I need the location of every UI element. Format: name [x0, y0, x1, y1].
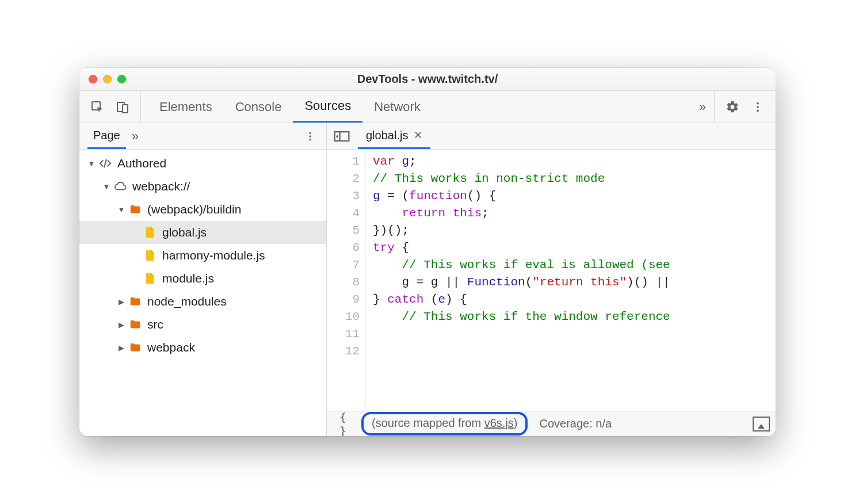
- tree-item-label: webpack://: [132, 180, 190, 193]
- file-tree-folder[interactable]: ▼(webpack)/buildin: [79, 198, 326, 221]
- titlebar: DevTools - www.twitch.tv/: [79, 68, 776, 91]
- code-content: var g;// This works in non-strict modeg …: [366, 150, 776, 411]
- code-icon: [99, 157, 112, 170]
- file-tree-file[interactable]: global.js: [79, 221, 326, 244]
- cloud-icon: [114, 180, 127, 193]
- svg-point-5: [757, 109, 759, 112]
- file-tree-file[interactable]: harmony-module.js: [79, 244, 326, 267]
- close-tab-icon[interactable]: ✕: [414, 129, 422, 142]
- editor-status-bar: { } (source mapped from v6s.js) Coverage…: [327, 411, 776, 436]
- toolbar-left-group: [79, 91, 141, 123]
- kebab-menu-icon[interactable]: [750, 100, 765, 114]
- svg-point-3: [757, 102, 759, 104]
- disclosure-triangle-icon[interactable]: ▶: [117, 297, 125, 306]
- file-tree-folder[interactable]: ▼webpack://: [79, 175, 326, 198]
- svg-point-7: [309, 135, 311, 137]
- zoom-window-button[interactable]: [117, 75, 126, 83]
- minimize-window-button[interactable]: [103, 75, 112, 83]
- editor-file-tab[interactable]: global.js ✕: [358, 123, 430, 149]
- toggle-navigator-icon[interactable]: [331, 128, 352, 145]
- file-tree-file[interactable]: module.js: [79, 267, 326, 290]
- workspace: Page » ▼Authored▼webpack://▼(webpack)/bu…: [79, 123, 776, 436]
- file-tree-folder[interactable]: ▶src: [79, 313, 326, 336]
- tree-item-label: harmony-module.js: [162, 249, 265, 262]
- svg-rect-2: [123, 105, 128, 113]
- line-number-gutter: 123456789101112: [327, 150, 366, 411]
- disclosure-triangle-icon[interactable]: ▶: [117, 343, 125, 352]
- tree-item-label: node_modules: [147, 295, 227, 308]
- disclosure-triangle-icon[interactable]: ▼: [87, 159, 96, 168]
- toolbar-right-group: [714, 91, 776, 123]
- navigator-pane: Page » ▼Authored▼webpack://▼(webpack)/bu…: [79, 123, 327, 436]
- tree-item-label: global.js: [162, 226, 207, 239]
- editor-tabstrip: global.js ✕: [327, 123, 776, 150]
- devtools-window: DevTools - www.twitch.tv/ ElementsConsol…: [79, 68, 776, 436]
- panel-tab-sources[interactable]: Sources: [293, 91, 362, 123]
- folder-icon: [129, 295, 142, 308]
- panel-tab-console[interactable]: Console: [224, 91, 293, 123]
- panel-tab-elements[interactable]: Elements: [148, 91, 224, 123]
- tree-item-label: webpack: [147, 341, 195, 354]
- window-title: DevTools - www.twitch.tv/: [79, 72, 776, 86]
- file-icon: [144, 249, 157, 262]
- panel-tabs: ElementsConsoleSourcesNetwork: [141, 91, 691, 123]
- svg-point-8: [309, 139, 311, 140]
- folder-icon: [129, 203, 142, 216]
- file-tree-folder[interactable]: ▶node_modules: [79, 290, 326, 313]
- folder-icon: [129, 318, 142, 331]
- tree-item-label: src: [147, 318, 163, 331]
- device-toolbar-icon[interactable]: [115, 100, 130, 114]
- disclosure-triangle-icon[interactable]: ▶: [117, 320, 125, 329]
- svg-point-6: [309, 132, 311, 133]
- disclosure-triangle-icon[interactable]: ▼: [102, 182, 110, 191]
- window-controls: [89, 75, 126, 83]
- source-mapped-badge: (source mapped from v6s.js): [361, 412, 528, 436]
- svg-point-4: [757, 106, 759, 108]
- show-console-drawer-icon[interactable]: [753, 417, 770, 432]
- coverage-label: Coverage: n/a: [539, 417, 612, 430]
- tree-item-label: Authored: [117, 156, 166, 170]
- close-window-button[interactable]: [89, 75, 97, 83]
- file-tree-folder[interactable]: ▶webpack: [79, 336, 326, 359]
- navigator-more-tabs[interactable]: »: [126, 129, 144, 144]
- navigator-kebab-icon[interactable]: [304, 131, 322, 142]
- main-toolbar: ElementsConsoleSourcesNetwork »: [79, 91, 776, 123]
- file-tree-folder[interactable]: ▼Authored: [79, 152, 326, 175]
- code-editor[interactable]: 123456789101112 var g;// This works in n…: [327, 150, 776, 411]
- folder-icon: [129, 341, 142, 354]
- settings-gear-icon[interactable]: [725, 100, 740, 114]
- pretty-print-button[interactable]: { }: [333, 410, 353, 437]
- navigator-tabs: Page »: [79, 123, 326, 150]
- more-panels-button[interactable]: »: [691, 100, 714, 114]
- panel-tab-network[interactable]: Network: [362, 91, 432, 123]
- inspect-element-icon[interactable]: [90, 100, 105, 114]
- editor-file-tab-label: global.js: [366, 129, 408, 142]
- disclosure-triangle-icon[interactable]: ▼: [117, 205, 125, 214]
- editor-pane: global.js ✕ 123456789101112 var g;// Thi…: [327, 123, 776, 436]
- source-map-link[interactable]: v6s.js: [484, 417, 514, 429]
- file-icon: [144, 272, 157, 285]
- file-tree: ▼Authored▼webpack://▼(webpack)/buildingl…: [79, 150, 326, 436]
- file-icon: [144, 226, 157, 239]
- navigator-tab-page[interactable]: Page: [87, 123, 126, 149]
- tree-item-label: (webpack)/buildin: [147, 203, 241, 216]
- tree-item-label: module.js: [162, 272, 214, 285]
